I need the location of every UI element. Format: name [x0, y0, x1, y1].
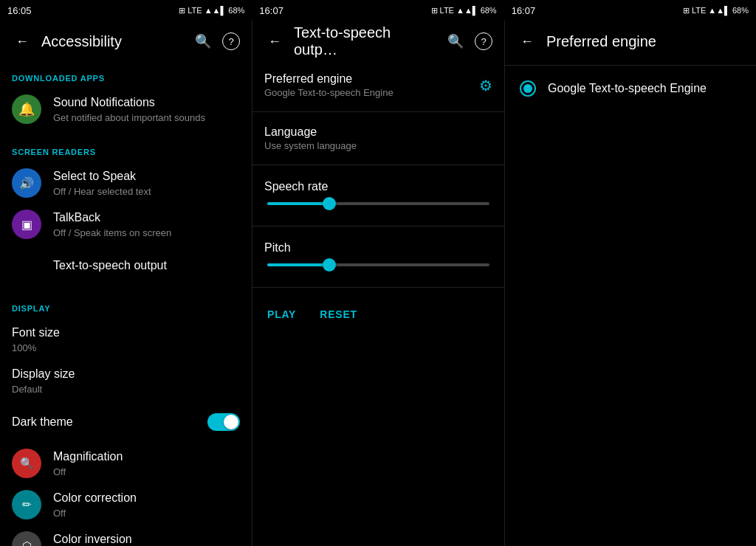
page-title-middle: Text-to-speech outp… [294, 24, 436, 58]
list-item-display-size[interactable]: Display size Default [0, 360, 252, 401]
list-item-select-to-speak[interactable]: 🔊 Select to Speak Off / Hear selected te… [0, 162, 252, 204]
search-button-left[interactable]: 🔍 [193, 31, 213, 52]
status-segment-left: 16:05 ⊞ LTE ▲▲▌ 68% [0, 0, 252, 21]
list-item-sound-notifications[interactable]: 🔔 Sound Notifications Get notified about… [0, 89, 252, 130]
time-left: 16:05 [7, 5, 32, 16]
select-to-speak-text: Select to Speak Off / Hear selected text [53, 169, 240, 197]
pitch-label: Pitch [264, 241, 492, 255]
status-segment-right: 16:07 ⊞ LTE ▲▲▌ 68% [504, 0, 756, 21]
spacer-1 [252, 211, 504, 223]
toolbar-middle: ← Text-to-speech outp… 🔍 ? [252, 21, 504, 62]
magnification-text: Magnification Off [53, 449, 240, 477]
pitch-thumb[interactable] [323, 258, 336, 272]
select-to-speak-icon: 🔊 [12, 168, 41, 198]
icons-right: ⊞ LTE ▲▲▌ 68% [683, 6, 749, 15]
action-buttons: Play Reset [252, 291, 504, 338]
list-item-tts-output[interactable]: Text-to-speech output [0, 245, 252, 286]
panel-tts: ← Text-to-speech outp… 🔍 ? Preferred eng… [252, 21, 505, 546]
page-title-right: Preferred engine [546, 33, 744, 50]
help-button-middle[interactable]: ? [475, 32, 492, 50]
gear-icon[interactable]: ⚙ [479, 77, 492, 94]
speech-rate-section: Speech rate [252, 168, 504, 211]
divider-right-1 [505, 65, 756, 66]
sound-notifications-icon: 🔔 [12, 94, 41, 124]
status-bar: 16:05 ⊞ LTE ▲▲▌ 68% 16:07 ⊞ LTE ▲▲▌ 68% … [0, 0, 756, 21]
section-screen-readers: SCREEN READERS [0, 136, 252, 162]
color-correction-icon: ✏ [12, 490, 41, 519]
play-button[interactable]: Play [264, 303, 299, 326]
spacer-2 [252, 272, 504, 284]
panels-container: ← Accessibility 🔍 ? DOWNLOADED APPS 🔔 So… [0, 21, 756, 546]
magnification-icon: 🔍 [12, 449, 41, 478]
status-segment-middle: 16:07 ⊞ LTE ▲▲▌ 68% [252, 0, 504, 21]
language-row[interactable]: Language Use system language [252, 115, 504, 162]
section-display: DISPLAY [0, 292, 252, 319]
pitch-slider[interactable] [267, 263, 489, 266]
color-inversion-text: Color inversion Off [53, 532, 240, 546]
list-item-color-correction[interactable]: ✏ Color correction Off [0, 484, 252, 525]
talkback-text: TalkBack Off / Speak items on screen [53, 210, 240, 238]
divider-middle-3 [252, 226, 504, 227]
back-button-left[interactable]: ← [12, 31, 32, 52]
pitch-section: Pitch [252, 229, 504, 272]
list-item-talkback[interactable]: ▣ TalkBack Off / Speak items on screen [0, 204, 252, 245]
divider-middle-2 [252, 165, 504, 165]
dark-theme-text: Dark theme [12, 415, 207, 430]
toolbar-left: ← Accessibility 🔍 ? [0, 21, 252, 62]
panel-preferred-engine: ← Preferred engine Google Text-to-speech… [505, 21, 756, 546]
icons-left: ⊞ LTE ▲▲▌ 68% [179, 6, 244, 15]
color-correction-text: Color correction Off [53, 491, 240, 519]
time-right: 16:07 [512, 5, 536, 16]
preferred-engine-text: Preferred engine Google Text-to-speech E… [264, 72, 394, 98]
toolbar-right: ← Preferred engine [505, 21, 756, 62]
list-item-font-size[interactable]: Font size 100% [0, 319, 252, 360]
radio-button-google[interactable] [520, 80, 536, 97]
speech-rate-label: Speech rate [264, 180, 492, 193]
speech-rate-fill [267, 202, 329, 205]
display-size-text: Display size Default [12, 367, 240, 395]
pitch-fill [267, 263, 329, 266]
radio-selected-indicator [523, 84, 532, 93]
preferred-engine-row[interactable]: Preferred engine Google Text-to-speech E… [252, 62, 504, 108]
divider-middle-4 [252, 287, 504, 288]
help-button-left[interactable]: ? [222, 32, 240, 50]
icons-middle: ⊞ LTE ▲▲▌ 68% [431, 6, 497, 15]
page-title-left: Accessibility [41, 33, 184, 50]
speech-rate-slider[interactable] [267, 202, 489, 205]
list-item-magnification[interactable]: 🔍 Magnification Off [0, 443, 252, 484]
search-button-middle[interactable]: 🔍 [445, 31, 466, 52]
list-item-color-inversion[interactable]: ⬡ Color inversion Off [0, 525, 252, 546]
sound-notifications-text: Sound Notifications Get notified about i… [53, 95, 240, 123]
font-size-text: Font size 100% [12, 325, 240, 353]
engine-item-google[interactable]: Google Text-to-speech Engine [505, 69, 756, 108]
back-button-middle[interactable]: ← [264, 31, 285, 52]
panel-accessibility: ← Accessibility 🔍 ? DOWNLOADED APPS 🔔 So… [0, 21, 252, 546]
time-middle: 16:07 [259, 5, 284, 16]
divider-middle-1 [252, 111, 504, 112]
dark-theme-toggle[interactable] [207, 413, 240, 431]
back-button-right[interactable]: ← [517, 31, 537, 52]
section-downloaded-apps: DOWNLOADED APPS [0, 62, 252, 89]
list-item-dark-theme[interactable]: Dark theme [0, 401, 252, 443]
speech-rate-thumb[interactable] [323, 197, 336, 210]
tts-output-text: Text-to-speech output [12, 258, 240, 274]
color-inversion-icon: ⬡ [12, 531, 41, 546]
reset-button[interactable]: Reset [317, 303, 360, 326]
talkback-icon: ▣ [12, 210, 41, 239]
engine-name-google: Google Text-to-speech Engine [548, 82, 707, 95]
